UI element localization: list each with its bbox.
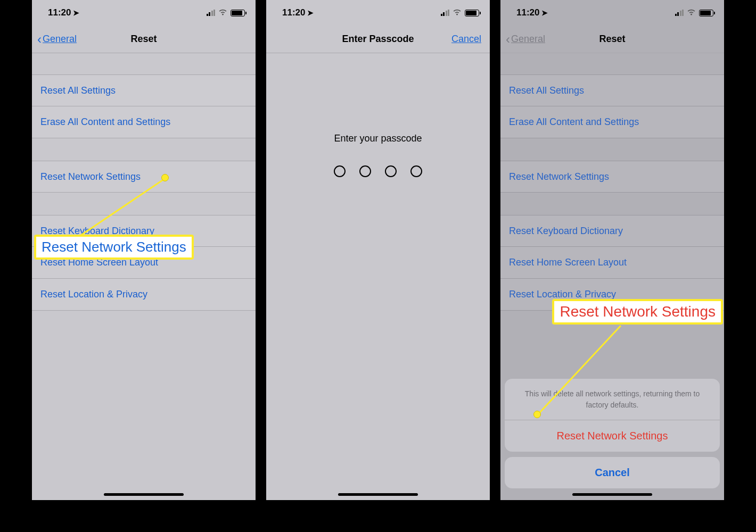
reset-location-row[interactable]: Reset Location & Privacy — [32, 279, 256, 311]
status-bar: 11:20➤ — [266, 0, 490, 26]
status-bar: 11:20➤ — [32, 0, 256, 26]
passcode-dots — [266, 165, 490, 177]
annotation-dot — [533, 411, 541, 418]
battery-icon — [699, 10, 713, 16]
screen-confirm-sheet: 11:20➤ ‹ General Reset Reset All Setting… — [500, 0, 724, 500]
status-time: 11:20 — [516, 7, 539, 18]
reset-home-row: Reset Home Screen Layout — [500, 247, 724, 279]
passcode-dot — [359, 165, 371, 177]
home-indicator[interactable] — [338, 493, 418, 496]
nav-bar: ‹ General Reset — [32, 26, 256, 53]
cellular-icon — [207, 10, 216, 16]
home-indicator[interactable] — [572, 493, 652, 496]
erase-all-row[interactable]: Erase All Content and Settings — [32, 106, 256, 138]
reset-network-row[interactable]: Reset Network Settings — [32, 161, 256, 193]
reset-network-row: Reset Network Settings — [500, 161, 724, 193]
battery-icon — [465, 10, 479, 16]
passcode-dot — [385, 165, 397, 177]
nav-bar: Enter Passcode Cancel — [266, 26, 490, 53]
back-label: General — [43, 34, 77, 45]
erase-all-row: Erase All Content and Settings — [500, 106, 724, 138]
wifi-icon — [687, 9, 696, 18]
cellular-icon — [675, 10, 684, 16]
reset-all-settings-row: Reset All Settings — [500, 74, 724, 106]
back-button: ‹ General — [506, 32, 564, 47]
cancel-button[interactable]: Cancel — [451, 34, 481, 44]
reset-keyboard-row: Reset Keyboard Dictionary — [500, 215, 724, 247]
status-bar: 11:20➤ — [500, 0, 724, 26]
sheet-cancel-button[interactable]: Cancel — [505, 457, 720, 488]
location-icon: ➤ — [73, 9, 79, 17]
action-sheet: This will delete all network settings, r… — [505, 379, 720, 488]
status-time: 11:20 — [48, 7, 71, 18]
status-time: 11:20 — [282, 7, 305, 18]
nav-title: Reset — [564, 34, 660, 45]
confirm-reset-button[interactable]: Reset Network Settings — [505, 420, 720, 452]
chevron-left-icon: ‹ — [37, 32, 42, 47]
wifi-icon — [218, 9, 227, 18]
nav-title: Reset — [96, 34, 192, 45]
home-indicator[interactable] — [104, 493, 184, 496]
nav-bar: ‹ General Reset — [500, 26, 724, 53]
back-button[interactable]: ‹ General — [37, 32, 96, 47]
reset-all-settings-row[interactable]: Reset All Settings — [32, 74, 256, 106]
annotation-dot — [161, 174, 169, 181]
screen-reset-list: 11:20➤ ‹ General Reset Reset All Setting… — [32, 0, 256, 500]
passcode-prompt: Enter your passcode — [266, 133, 490, 144]
battery-icon — [231, 10, 245, 16]
chevron-left-icon: ‹ — [506, 32, 510, 47]
nav-title: Enter Passcode — [330, 34, 426, 45]
annotation-callout: Reset Network Settings — [552, 299, 723, 325]
location-icon: ➤ — [541, 9, 548, 17]
location-icon: ➤ — [307, 9, 314, 17]
back-label: General — [511, 34, 545, 45]
annotation-callout: Reset Network Settings — [34, 235, 194, 260]
passcode-dot — [410, 165, 422, 177]
wifi-icon — [453, 9, 462, 18]
screen-enter-passcode: 11:20➤ Enter Passcode Cancel Enter your … — [266, 0, 490, 500]
cellular-icon — [441, 10, 450, 16]
passcode-dot — [334, 165, 346, 177]
